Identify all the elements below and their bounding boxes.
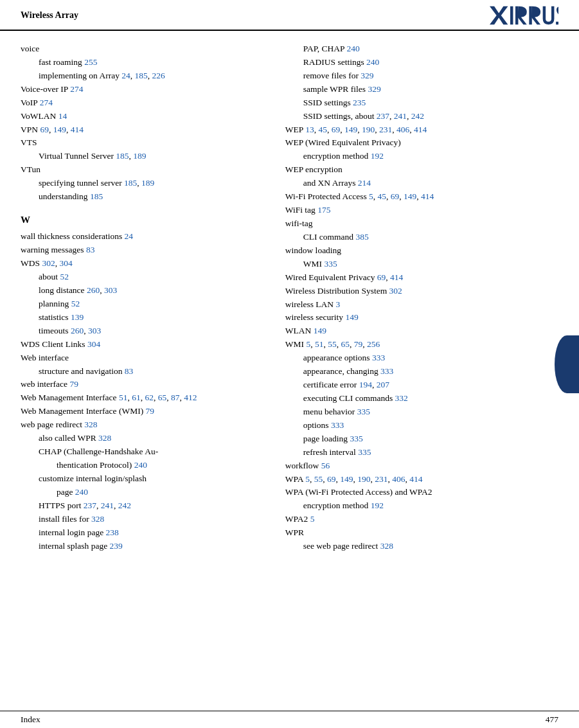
- page-link[interactable]: 185: [124, 178, 137, 188]
- page-link[interactable]: 207: [377, 380, 389, 389]
- page-link[interactable]: 385: [355, 232, 368, 242]
- page-link[interactable]: 149: [345, 312, 358, 322]
- page-link[interactable]: 190: [362, 125, 375, 134]
- page-link[interactable]: 51: [119, 393, 128, 402]
- page-link[interactable]: 65: [158, 393, 167, 402]
- page-link[interactable]: 192: [371, 151, 384, 161]
- page-link[interactable]: 237: [377, 111, 389, 121]
- page-link[interactable]: 255: [84, 57, 97, 67]
- page-link[interactable]: 149: [344, 125, 357, 134]
- page-link[interactable]: 189: [133, 151, 146, 161]
- page-link[interactable]: 175: [317, 205, 330, 215]
- page-link[interactable]: 412: [184, 393, 197, 402]
- page-link[interactable]: 45: [378, 191, 387, 201]
- page-link[interactable]: 79: [146, 406, 155, 416]
- page-link[interactable]: 13: [305, 125, 314, 134]
- page-link[interactable]: 329: [368, 84, 380, 94]
- page-link[interactable]: 242: [411, 111, 424, 121]
- page-link[interactable]: 62: [145, 393, 154, 402]
- page-link[interactable]: 241: [101, 501, 114, 510]
- page-link[interactable]: 328: [91, 514, 104, 524]
- page-link[interactable]: 414: [421, 191, 434, 201]
- page-link[interactable]: 214: [358, 178, 371, 188]
- page-link[interactable]: 52: [71, 299, 80, 308]
- page-link[interactable]: 328: [380, 541, 393, 551]
- page-link[interactable]: 55: [314, 474, 323, 484]
- page-link[interactable]: 69: [40, 125, 49, 134]
- page-link[interactable]: 226: [152, 71, 165, 80]
- page-link[interactable]: 149: [404, 191, 416, 201]
- page-link[interactable]: 240: [366, 57, 379, 67]
- page-link[interactable]: 24: [125, 231, 134, 241]
- page-link[interactable]: 194: [359, 380, 372, 389]
- page-link[interactable]: 5: [310, 514, 315, 524]
- page-link[interactable]: 328: [84, 420, 97, 429]
- page-link[interactable]: 260: [71, 326, 84, 335]
- page-link[interactable]: 190: [357, 474, 370, 484]
- page-link[interactable]: 51: [315, 339, 324, 349]
- page-link[interactable]: 239: [110, 541, 123, 551]
- page-link[interactable]: 328: [98, 433, 111, 443]
- page-link[interactable]: 333: [372, 353, 385, 362]
- page-link[interactable]: 149: [314, 326, 326, 335]
- page-link[interactable]: 5: [305, 474, 310, 484]
- page-link[interactable]: 274: [40, 98, 53, 107]
- page-link[interactable]: 56: [321, 461, 330, 470]
- page-link[interactable]: 414: [390, 272, 403, 282]
- page-link[interactable]: 329: [361, 71, 373, 80]
- page-link[interactable]: 274: [70, 84, 83, 94]
- page-link[interactable]: 139: [71, 312, 84, 322]
- page-link[interactable]: 240: [346, 44, 359, 53]
- page-link[interactable]: 61: [132, 393, 141, 402]
- page-link[interactable]: 69: [332, 125, 341, 134]
- page-link[interactable]: 332: [395, 393, 408, 403]
- page-link[interactable]: 240: [134, 460, 147, 470]
- page-link[interactable]: 302: [389, 286, 402, 296]
- page-link[interactable]: 335: [324, 259, 337, 269]
- page-link[interactable]: 52: [60, 272, 69, 281]
- page-link[interactable]: 333: [380, 366, 393, 376]
- page-link[interactable]: 79: [69, 379, 78, 389]
- page-link[interactable]: 260: [87, 285, 100, 295]
- page-link[interactable]: 304: [59, 258, 72, 268]
- page-link[interactable]: 83: [86, 245, 95, 254]
- page-link[interactable]: 185: [90, 191, 103, 201]
- page-link[interactable]: 335: [357, 407, 370, 416]
- page-link[interactable]: 24: [121, 71, 130, 80]
- page-link[interactable]: 65: [341, 339, 350, 349]
- page-link[interactable]: 45: [318, 125, 327, 134]
- page-link[interactable]: 414: [71, 125, 84, 134]
- page-link[interactable]: 242: [118, 501, 131, 510]
- page-link[interactable]: 406: [396, 125, 409, 134]
- page-link[interactable]: 302: [42, 258, 55, 268]
- page-link[interactable]: 231: [375, 474, 387, 484]
- page-link[interactable]: 69: [377, 272, 386, 282]
- page-link[interactable]: 237: [84, 501, 96, 510]
- page-link[interactable]: 83: [125, 366, 134, 376]
- page-link[interactable]: 55: [328, 339, 337, 349]
- page-link[interactable]: 240: [75, 487, 88, 497]
- page-link[interactable]: 185: [116, 151, 129, 161]
- page-link[interactable]: 256: [367, 339, 380, 349]
- page-link[interactable]: 235: [353, 98, 366, 107]
- page-link[interactable]: 189: [141, 178, 154, 188]
- page-link[interactable]: 87: [171, 393, 180, 402]
- page-link[interactable]: 231: [379, 125, 392, 134]
- page-link[interactable]: 414: [414, 125, 427, 134]
- page-link[interactable]: 414: [409, 474, 422, 484]
- page-link[interactable]: 149: [340, 474, 353, 484]
- page-link[interactable]: 333: [331, 420, 344, 430]
- page-link[interactable]: 335: [350, 434, 362, 443]
- page-link[interactable]: 14: [58, 111, 67, 121]
- page-link[interactable]: 185: [135, 71, 148, 80]
- page-link[interactable]: 303: [104, 285, 117, 295]
- page-link[interactable]: 149: [53, 125, 66, 134]
- page-link[interactable]: 79: [354, 339, 363, 349]
- page-link[interactable]: 238: [106, 528, 119, 537]
- page-link[interactable]: 5: [306, 339, 310, 349]
- page-link[interactable]: 3: [335, 299, 340, 309]
- page-link[interactable]: 5: [369, 191, 373, 201]
- page-link[interactable]: 335: [358, 447, 371, 457]
- page-link[interactable]: 69: [327, 474, 336, 484]
- page-link[interactable]: 406: [392, 474, 405, 484]
